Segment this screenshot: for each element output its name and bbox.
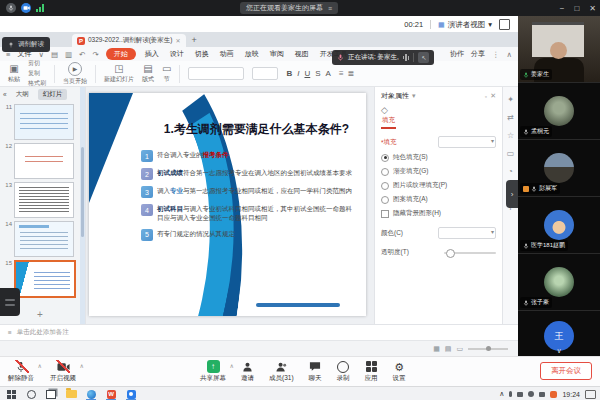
shapes-icon[interactable]: ▭ (507, 149, 515, 158)
floating-doc-tag[interactable]: 调剂解读 (2, 37, 50, 52)
tray-mic-icon[interactable] (509, 391, 512, 397)
slide-thumbnail-12[interactable]: 12 (4, 143, 78, 179)
strikethrough-button[interactable]: S (315, 69, 320, 78)
mic-status-icon[interactable] (6, 3, 16, 13)
wps-taskbar-button[interactable]: W (105, 387, 117, 400)
radio-icon[interactable] (381, 196, 389, 204)
chevron-up-icon[interactable]: ∧ (38, 362, 42, 369)
slide-thumbnail-11[interactable]: 11 (4, 104, 78, 140)
menu-tab-transition[interactable]: 切换 (193, 48, 211, 60)
apps-button[interactable]: 应用 (365, 360, 378, 383)
thumbnail-preview-selected[interactable] (14, 260, 76, 298)
tray-network-icon[interactable] (539, 392, 545, 397)
radio-icon[interactable] (381, 182, 389, 190)
menu-tab-insert[interactable]: 插入 (143, 48, 161, 60)
menu-tab-view[interactable]: 视图 (293, 48, 311, 60)
italic-button[interactable]: I (297, 69, 299, 78)
thumbnail-preview[interactable] (14, 143, 74, 179)
share-button[interactable]: 分享 (471, 49, 485, 59)
chevron-up-icon[interactable]: ∧ (230, 362, 234, 369)
task-view-button[interactable] (45, 387, 57, 400)
file-explorer-button[interactable] (65, 387, 77, 400)
watching-banner[interactable]: 您正在观看姜家生的屏幕 ≡ (240, 2, 338, 14)
more-icon[interactable]: ⋮ (492, 50, 500, 59)
play-view-icon[interactable]: ▭ (456, 345, 463, 353)
document-tab[interactable]: P 0329-2022..调剂解读(姜家生) ✕ (72, 34, 186, 47)
notes-area[interactable]: ≡ 单击此处添加备注 (0, 324, 518, 340)
speaking-indicator-banner[interactable]: 正在讲话: 姜家生, ↖ (332, 50, 434, 65)
banner-menu-icon[interactable]: ≡ (328, 5, 332, 12)
thumbnail-preview[interactable] (14, 221, 74, 257)
option-solid-fill[interactable]: 纯色填充(S) (381, 153, 496, 162)
font-name-select[interactable] (188, 67, 244, 80)
zoom-slider[interactable] (468, 348, 508, 350)
tab-slides[interactable]: 幻灯片 (38, 89, 68, 100)
menu-tab-home[interactable]: 开始 (106, 48, 136, 60)
close-button[interactable]: ✕ (589, 4, 596, 13)
collapse-panel-icon[interactable]: « (3, 91, 7, 98)
members-button[interactable]: 成员(31) (269, 360, 294, 383)
print-icon[interactable]: ▥ (65, 50, 72, 59)
tray-expand-icon[interactable]: ∧ (499, 390, 504, 398)
option-gradient-fill[interactable]: 渐变填充(G) (381, 167, 496, 176)
zoom-handle[interactable] (486, 346, 491, 351)
radio-icon[interactable] (381, 168, 389, 176)
radio-selected-icon[interactable] (381, 154, 389, 162)
cut-button[interactable]: 剪切 (28, 59, 46, 68)
close-tab-icon[interactable]: ✕ (176, 37, 181, 44)
opacity-slider[interactable] (444, 252, 496, 254)
tab-outline[interactable]: 大纲 (11, 89, 34, 100)
fill-tab[interactable]: 填充 (381, 115, 396, 129)
thumbnail-preview[interactable] (14, 104, 74, 140)
action-center-icon[interactable] (585, 390, 596, 399)
current-slide[interactable]: 1.考生调剂需要满足什么基本条件? 1 符合调入专业的报考条件 2 初试成绩符合… (89, 93, 366, 316)
play-from-current-button[interactable]: ▶ 当页开始 (63, 62, 87, 86)
layout-button[interactable]: ▤ 版式 (142, 64, 154, 84)
participant-video-tile[interactable]: 姜家生 (518, 16, 600, 83)
panel-collapse-handle[interactable]: › (506, 180, 518, 208)
new-tab-button[interactable]: + (192, 34, 197, 47)
tray-wps-cloud-icon[interactable] (550, 391, 557, 398)
edge-browser-button[interactable] (85, 387, 97, 400)
chat-button[interactable]: 聊天 (309, 360, 322, 383)
clock[interactable]: 19:24 (562, 391, 580, 398)
start-video-button[interactable]: 开启视频 ∧ (50, 360, 76, 383)
copy-button[interactable]: 复制 (28, 69, 46, 78)
fullscreen-icon[interactable] (499, 19, 510, 30)
start-button[interactable] (5, 387, 17, 400)
menu-tab-slideshow[interactable]: 放映 (243, 48, 261, 60)
save-icon[interactable]: ▤ (51, 50, 58, 59)
share-screen-button[interactable]: ↑ 共享屏幕 ∧ (200, 360, 226, 383)
bold-button[interactable]: B (286, 69, 292, 78)
settings-button[interactable]: ⚙ 设置 (393, 360, 406, 383)
meeting-taskbar-button[interactable] (125, 387, 137, 400)
switch-panel-icon[interactable]: ⇄ (507, 113, 514, 122)
thumbnail-scrollbar[interactable] (80, 87, 85, 324)
animation-pane-icon[interactable]: ◔ (508, 167, 513, 176)
menu-tab-animation[interactable]: 动画 (218, 48, 236, 60)
effects-icon[interactable]: ✦ (507, 95, 514, 104)
favorites-icon[interactable]: ☆ (507, 131, 514, 140)
participant-tile[interactable]: 医学181赵鹏 (518, 197, 600, 254)
collaborate-button[interactable]: 协作 (450, 49, 464, 59)
menu-tab-review[interactable]: 审阅 (268, 48, 286, 60)
participant-tile[interactable]: 彭展军 (518, 140, 600, 197)
checkbox-icon[interactable] (381, 210, 389, 218)
participant-tile[interactable]: 孟桐元 (518, 83, 600, 140)
minimize-button[interactable]: − (560, 4, 565, 13)
search-button[interactable] (25, 387, 37, 400)
slide-thumbnail-13[interactable]: 13 (4, 182, 78, 218)
chevron-up-icon[interactable]: ∧ (80, 362, 84, 369)
section-button[interactable]: ▭ 节 (162, 64, 171, 84)
undo-icon[interactable]: ↶ (79, 50, 85, 59)
open-float-window-icon[interactable]: ↖ (418, 52, 429, 63)
color-dropdown[interactable] (438, 227, 496, 239)
fill-style-dropdown[interactable] (438, 136, 496, 148)
align-center-icon[interactable]: ≣ (348, 69, 355, 78)
pin-panel-icon[interactable]: ◦ (485, 93, 487, 100)
maximize-button[interactable]: □ (574, 4, 579, 13)
redo-icon[interactable]: ↷ (92, 50, 98, 59)
view-mode-selector[interactable]: ▦ 演讲者视图 ▾ (438, 20, 492, 30)
option-pattern-fill[interactable]: 图案填充(A) (381, 195, 496, 204)
option-picture-fill[interactable]: 图片或纹理填充(P) (381, 181, 496, 190)
